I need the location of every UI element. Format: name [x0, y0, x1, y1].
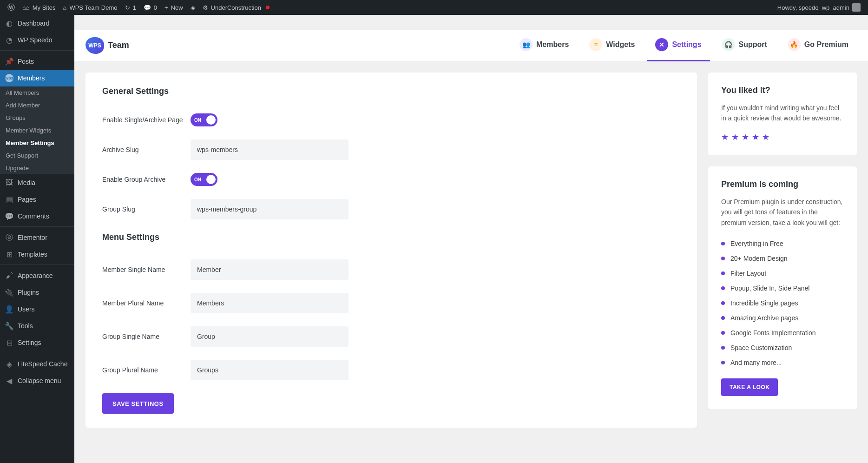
wrench-icon: 🔧: [5, 321, 14, 331]
label-member-plural: Member Plural Name: [102, 299, 191, 307]
premium-title: Premium is coming: [721, 179, 844, 189]
comments-icon: 💬: [5, 212, 14, 221]
menu-plugins[interactable]: 🔌Plugins: [0, 284, 74, 301]
under-construction[interactable]: ⚙UnderConstruction: [199, 0, 273, 15]
liked-card: You liked it? If you wouldn't mind writi…: [708, 73, 857, 155]
update-icon: ↻: [125, 4, 130, 11]
menu-templates[interactable]: ⊞Templates: [0, 246, 74, 263]
label-archive-slug: Archive Slug: [102, 146, 191, 153]
feature-item: Everything in Free: [721, 236, 844, 251]
sites-icon: ⌂⌂: [22, 4, 30, 11]
nav-widgets[interactable]: ≡Widgets: [581, 30, 643, 61]
wp-logo[interactable]: ⓦ: [4, 0, 19, 15]
widgets-nav-icon: ≡: [589, 38, 602, 51]
star-icon: ★: [742, 132, 749, 142]
settings-nav-icon: ✕: [655, 38, 668, 51]
collapse-menu[interactable]: ◀Collapse menu: [0, 372, 74, 389]
toggle-knob: [206, 175, 216, 184]
toggle-enable-group[interactable]: ON: [191, 173, 217, 186]
submenu-get-support[interactable]: Get Support: [0, 149, 74, 162]
menu-comments[interactable]: 💬Comments: [0, 208, 74, 225]
menu-users[interactable]: 👤Users: [0, 301, 74, 317]
input-member-plural[interactable]: [191, 293, 349, 313]
menu-members[interactable]: wpsMembers: [0, 70, 74, 86]
support-nav-icon: 🎧: [722, 38, 735, 51]
feature-item: Space Customization: [721, 340, 844, 355]
submenu-add-member[interactable]: Add Member: [0, 99, 74, 112]
plus-icon: +: [164, 4, 168, 11]
feature-item: Popup, Slide In, Side Panel: [721, 281, 844, 296]
input-group-plural[interactable]: [191, 360, 349, 380]
litespeed-icon: ◈: [5, 359, 14, 369]
input-group-slug[interactable]: [191, 199, 349, 219]
submenu-upgrade[interactable]: Upgrade: [0, 162, 74, 174]
premium-card: Premium is coming Our Premium plugin is …: [708, 166, 857, 409]
new-content[interactable]: +New: [161, 0, 187, 15]
plug-icon: 🔌: [5, 288, 14, 297]
submenu-member-widgets[interactable]: Member Widgets: [0, 124, 74, 137]
menu-elementor[interactable]: ⓔElementor: [0, 229, 74, 246]
wp-admin-bar: ⓦ ⌂⌂My Sites ⌂WPS Team Demo ↻1 💬0 +New ◈…: [0, 0, 868, 15]
templates-icon: ⊞: [5, 250, 14, 259]
toggle-knob: [206, 115, 216, 125]
updates[interactable]: ↻1: [121, 0, 140, 15]
nav-settings[interactable]: ✕Settings: [647, 30, 710, 61]
admin-sidebar: ◐Dashboard ◔WP Speedo 📌Posts wpsMembers …: [0, 15, 74, 439]
home-icon: ⌂: [63, 4, 67, 11]
user-greeting[interactable]: Howdy, speedo_wp_admin: [774, 0, 864, 15]
submenu-member-settings[interactable]: Member Settings: [0, 137, 74, 149]
label-member-single: Member Single Name: [102, 266, 191, 273]
input-member-single[interactable]: [191, 259, 349, 280]
pages-icon: ▤: [5, 195, 14, 204]
input-group-single[interactable]: [191, 326, 349, 347]
menu-media[interactable]: 🖾Media: [0, 174, 74, 191]
nav-support[interactable]: 🎧Support: [714, 30, 776, 61]
liked-title: You liked it?: [721, 86, 844, 95]
star-icon: ★: [752, 132, 759, 142]
divider: [102, 102, 680, 102]
menu-settings[interactable]: ⊟Settings: [0, 334, 74, 351]
feature-item: 20+ Modern Design: [721, 251, 844, 266]
comments-bubble[interactable]: 💬0: [140, 0, 161, 15]
plugin-brand: WPS Team: [85, 37, 129, 54]
user-icon: 👤: [5, 304, 14, 314]
take-a-look-button[interactable]: TAKE A LOOK: [721, 378, 778, 396]
members-badge-icon: wps: [5, 73, 14, 83]
plugin-header: WPS Team 👥Members ≡Widgets ✕Settings 🎧Su…: [74, 30, 868, 61]
my-sites[interactable]: ⌂⌂My Sites: [19, 0, 59, 15]
sliders-icon: ⊟: [5, 338, 14, 347]
nav-members[interactable]: 👥Members: [511, 30, 577, 61]
menu-tools[interactable]: 🔧Tools: [0, 317, 74, 334]
divider: [102, 248, 680, 248]
menu-posts[interactable]: 📌Posts: [0, 53, 74, 70]
feature-item: Amazing Archive pages: [721, 311, 844, 325]
pin-icon: 📌: [5, 57, 14, 66]
submenu-groups[interactable]: Groups: [0, 112, 74, 124]
submenu-all-members[interactable]: All Members: [0, 86, 74, 99]
star-icon: ★: [762, 132, 769, 142]
input-archive-slug[interactable]: [191, 139, 349, 160]
plugin-nav: 👥Members ≡Widgets ✕Settings 🎧Support 🔥Go…: [511, 30, 857, 61]
save-settings-button[interactable]: SAVE SETTINGS: [102, 393, 174, 414]
feature-item: Google Fonts Implementation: [721, 325, 844, 340]
star-icon: ★: [721, 132, 729, 142]
label-group-slug: Group Slug: [102, 205, 191, 213]
elementor-bar[interactable]: ◈: [187, 0, 199, 15]
label-enable-single: Enable Single/Archive Page: [102, 116, 191, 124]
site-name[interactable]: ⌂WPS Team Demo: [59, 0, 121, 15]
feature-item: Incredible Single pages: [721, 296, 844, 311]
star-rating[interactable]: ★ ★ ★ ★ ★: [721, 132, 844, 142]
content-area: WPS Team 👥Members ≡Widgets ✕Settings 🎧Su…: [74, 30, 868, 439]
members-nav-icon: 👥: [519, 38, 533, 51]
collapse-icon: ◀: [5, 376, 14, 385]
premium-nav-icon: 🔥: [788, 38, 801, 51]
general-settings-title: General Settings: [102, 86, 680, 96]
menu-dashboard[interactable]: ◐Dashboard: [0, 15, 74, 32]
premium-text: Our Premium plugin is under construction…: [721, 197, 844, 228]
menu-appearance[interactable]: 🖌Appearance: [0, 267, 74, 284]
nav-premium[interactable]: 🔥Go Premium: [779, 30, 857, 61]
menu-litespeed[interactable]: ◈LiteSpeed Cache: [0, 356, 74, 372]
menu-pages[interactable]: ▤Pages: [0, 191, 74, 208]
menu-wpspeedo[interactable]: ◔WP Speedo: [0, 32, 74, 48]
toggle-enable-single[interactable]: ON: [191, 113, 217, 126]
